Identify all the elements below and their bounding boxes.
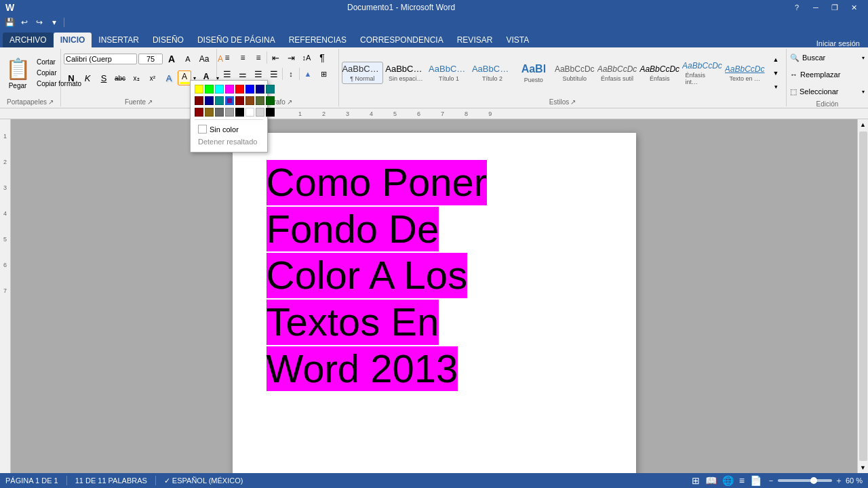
no-color-btn[interactable]: Sin color xyxy=(195,123,263,136)
clipboard-expand-icon[interactable]: ↗ xyxy=(48,98,54,106)
styles-more-btn[interactable]: ▾ xyxy=(768,81,783,93)
style-sin-espacio[interactable]: AaBbCcDc Sin espaci… xyxy=(385,62,427,84)
font-expand-icon[interactable]: ↗ xyxy=(147,98,153,106)
line-spacing-btn[interactable]: ↕ xyxy=(283,66,298,81)
minimize-button[interactable]: ─ xyxy=(807,2,825,13)
font-grow-btn[interactable]: A xyxy=(164,52,179,66)
scroll-thumb[interactable] xyxy=(859,131,867,461)
numbering-btn[interactable]: ≡ xyxy=(235,50,250,65)
restore-button[interactable]: ❐ xyxy=(826,2,844,13)
tab-insertar[interactable]: INSERTAR xyxy=(92,33,146,47)
draft-btn[interactable]: 📄 xyxy=(750,475,762,486)
color-gray[interactable] xyxy=(225,108,234,117)
color-blue[interactable] xyxy=(245,85,254,94)
buscar-btn[interactable]: 🔍 Buscar ▾ xyxy=(789,50,865,65)
align-right-btn[interactable]: ☰ xyxy=(251,66,266,81)
color-red[interactable] xyxy=(235,85,244,94)
color-dark-gold[interactable] xyxy=(205,108,214,117)
styles-scroll-up-btn[interactable]: ▲ xyxy=(768,54,783,66)
language-indicator[interactable]: ✓ ESPAÑOL (MÉXICO) xyxy=(164,476,243,485)
color-dark-red[interactable] xyxy=(195,96,203,105)
style-titulo1[interactable]: AaBbCcDc Título 1 xyxy=(429,62,470,84)
color-bright-green[interactable] xyxy=(205,85,214,94)
strikethrough-btn[interactable]: abc xyxy=(113,70,127,85)
qa-dropdown-btn[interactable]: ▾ xyxy=(47,16,61,28)
underline-btn[interactable]: S xyxy=(96,70,111,85)
increase-indent-btn[interactable]: ⇥ xyxy=(283,50,298,65)
color-dark-blue[interactable] xyxy=(256,85,264,94)
style-enfasis[interactable]: AaBbCcDc Énfasis xyxy=(639,62,680,84)
justify-btn[interactable]: ☰ xyxy=(267,66,281,81)
style-normal[interactable]: AaBbCcDc ¶ Normal xyxy=(342,62,383,84)
zoom-percentage[interactable]: 60 % xyxy=(846,476,863,485)
color-yellow[interactable] xyxy=(195,85,203,94)
color-dark-maroon[interactable] xyxy=(195,108,203,117)
tab-vista[interactable]: VISTA xyxy=(499,33,536,47)
zoom-in-btn[interactable]: ＋ xyxy=(835,475,843,487)
color-turquoise[interactable] xyxy=(215,85,224,94)
iniciar-sesion-btn[interactable]: Iniciar sesión xyxy=(816,39,860,47)
style-subtitulo[interactable]: AaBbCcDc Subtítulo xyxy=(554,62,595,84)
style-puesto[interactable]: AaBl Puesto xyxy=(515,61,552,85)
seleccionar-btn[interactable]: ⬚ Seleccionar ▾ xyxy=(789,84,865,99)
word-count-indicator[interactable]: 11 DE 11 PALABRAS xyxy=(75,476,147,485)
color-white[interactable] xyxy=(245,108,254,117)
zoom-slider[interactable] xyxy=(778,479,832,482)
tab-diseno[interactable]: DISEÑO xyxy=(146,33,191,47)
paste-button[interactable]: 📋 Pegar xyxy=(3,52,33,95)
outline-btn[interactable]: ≡ xyxy=(739,475,745,486)
highlight-color-btn[interactable]: A xyxy=(178,70,191,85)
color-dark-cyan[interactable] xyxy=(215,96,224,105)
tab-revisar[interactable]: REVISAR xyxy=(450,33,500,47)
style-enfasis-int[interactable]: AaBbCcDc Énfasis int… xyxy=(682,59,723,87)
tab-diseno-pagina[interactable]: DISEÑO DE PÁGINA xyxy=(191,33,282,47)
color-olive[interactable] xyxy=(256,96,264,105)
font-size-input[interactable] xyxy=(138,54,163,64)
align-center-btn[interactable]: ⚌ xyxy=(235,66,250,81)
zoom-out-btn[interactable]: － xyxy=(767,475,775,487)
color-dark-gray[interactable] xyxy=(215,108,224,117)
style-titulo2[interactable]: AaBbCcDc Título 2 xyxy=(472,62,513,84)
sort-btn[interactable]: ↕A xyxy=(299,50,314,65)
styles-scroll-down-btn[interactable]: ▼ xyxy=(768,67,783,79)
show-marks-btn[interactable]: ¶ xyxy=(315,50,330,65)
tab-inicio[interactable]: INICIO xyxy=(54,33,92,47)
redo-quick-btn[interactable]: ↪ xyxy=(33,16,46,28)
bold-btn[interactable]: N xyxy=(64,70,79,85)
color-dark-blue2[interactable] xyxy=(205,96,214,105)
scroll-down-btn[interactable]: ▼ xyxy=(858,462,869,473)
close-button[interactable]: ✕ xyxy=(845,2,863,13)
full-reading-btn[interactable]: 📖 xyxy=(705,475,717,486)
styles-expand-icon[interactable]: ↗ xyxy=(570,98,576,106)
tab-archivo[interactable]: ARCHIVO xyxy=(3,33,54,47)
color-dark-green[interactable] xyxy=(266,96,275,105)
help-button[interactable]: ? xyxy=(788,2,806,13)
stop-highlight-btn[interactable]: Detener resaltado xyxy=(195,136,263,148)
shading-btn[interactable]: ▲ xyxy=(300,66,315,81)
color-violet[interactable] xyxy=(225,96,234,105)
font-name-input[interactable] xyxy=(64,54,137,64)
print-layout-btn[interactable]: ⊞ xyxy=(692,475,700,486)
tab-referencias[interactable]: REFERENCIAS xyxy=(282,33,353,47)
style-enfasis-sutil[interactable]: AaBbCcDc Énfasis sutil xyxy=(597,62,637,84)
superscript-btn[interactable]: x² xyxy=(145,70,160,85)
zoom-thumb[interactable] xyxy=(810,477,817,484)
undo-quick-btn[interactable]: ↩ xyxy=(18,16,31,28)
web-layout-btn[interactable]: 🌐 xyxy=(722,475,734,486)
color-teal[interactable] xyxy=(266,85,275,94)
subscript-btn[interactable]: x₂ xyxy=(129,70,144,85)
font-shrink-btn[interactable]: A xyxy=(180,52,195,66)
color-black2[interactable] xyxy=(266,108,275,117)
color-light-gray[interactable] xyxy=(256,108,264,117)
italic-btn[interactable]: K xyxy=(80,70,95,85)
borders-btn[interactable]: ⊞ xyxy=(316,66,331,81)
page-indicator[interactable]: PÁGINA 1 DE 1 xyxy=(5,476,58,485)
multilevel-btn[interactable]: ≡ xyxy=(251,50,266,65)
color-brown[interactable] xyxy=(245,96,254,105)
change-case-btn[interactable]: Aa xyxy=(197,52,212,66)
scroll-up-btn[interactable]: ▲ xyxy=(858,119,869,130)
scrollbar-vertical[interactable]: ▲ ▼ xyxy=(857,119,868,473)
text-effects-btn[interactable]: A xyxy=(161,70,176,85)
style-texto-en[interactable]: AaBbCcDc Texto en … xyxy=(724,62,765,84)
para-expand-icon[interactable]: ↗ xyxy=(287,98,292,106)
